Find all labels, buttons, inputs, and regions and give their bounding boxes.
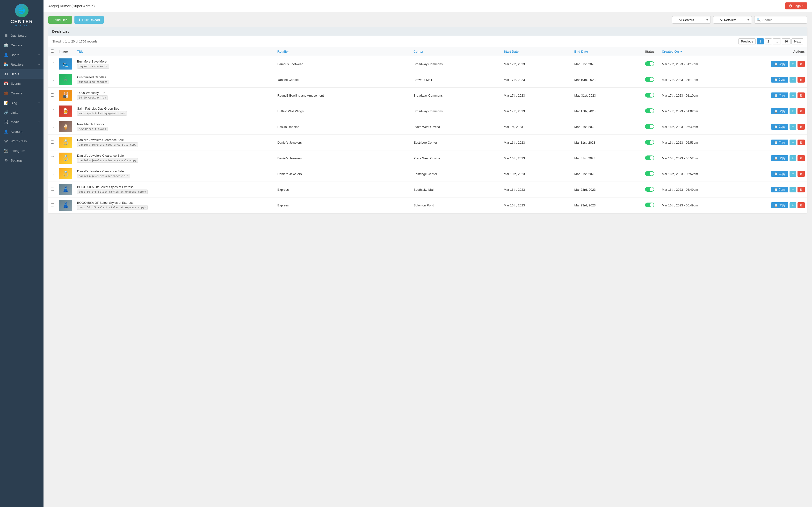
deal-status-toggle[interactable] [645, 187, 654, 192]
deal-status-toggle[interactable] [645, 171, 654, 176]
page-1-button[interactable]: 1 [757, 38, 764, 44]
brand-sub: PORTAL [3, 24, 41, 27]
edit-button[interactable]: ✏ [790, 202, 796, 208]
copy-button[interactable]: 📋 Copy [771, 77, 788, 82]
row-checkbox[interactable] [51, 62, 54, 65]
deal-status-toggle[interactable] [645, 93, 654, 98]
sidebar-item-dashboard[interactable]: ⊞ Dashboard [0, 31, 44, 40]
sidebar-item-media[interactable]: 🖼 Media ▾ [0, 117, 44, 127]
edit-button[interactable]: ✏ [790, 61, 796, 67]
edit-button[interactable]: ✏ [790, 139, 796, 145]
sidebar-item-wordpress[interactable]: W WordPress [0, 136, 44, 146]
users-icon: 👤 [4, 53, 8, 57]
copy-button[interactable]: 📋 Copy [771, 155, 788, 161]
edit-icon: ✏ [792, 157, 794, 160]
deal-image: 💍 [59, 153, 72, 164]
copy-button[interactable]: 📋 Copy [771, 171, 788, 177]
col-title-header[interactable]: Title [75, 47, 275, 56]
edit-button[interactable]: ✏ [790, 187, 796, 192]
sidebar-item-account[interactable]: 👤 Account [0, 127, 44, 136]
logout-button[interactable]: ⏻ Logout [785, 2, 807, 9]
deal-status-toggle[interactable] [645, 156, 654, 160]
media-icon: 🖼 [4, 120, 8, 124]
copy-label: Copy [779, 204, 785, 207]
sidebar-item-settings[interactable]: ⚙ Settings [0, 156, 44, 165]
copy-button[interactable]: 📋 Copy [771, 61, 788, 67]
links-icon: 🔗 [4, 110, 8, 115]
delete-button[interactable]: 🗑 [798, 139, 805, 145]
delete-button[interactable]: 🗑 [798, 171, 805, 177]
deal-image: 🍺 [59, 106, 72, 117]
edit-icon: ✏ [792, 62, 794, 66]
sidebar-item-events[interactable]: 📅 Events [0, 79, 44, 89]
copy-button[interactable]: 📋 Copy [771, 93, 788, 98]
delete-button[interactable]: 🗑 [798, 77, 805, 82]
copy-button[interactable]: 📋 Copy [771, 139, 788, 145]
row-checkbox[interactable] [51, 187, 54, 191]
copy-button[interactable]: 📋 Copy [771, 202, 788, 208]
sidebar-item-links[interactable]: 🔗 Links [0, 108, 44, 117]
sidebar-item-users[interactable]: 👤 Users ▾ [0, 50, 44, 60]
delete-button[interactable]: 🗑 [798, 108, 805, 114]
col-created-header[interactable]: Created On ▼ [660, 47, 768, 56]
delete-button[interactable]: 🗑 [798, 124, 805, 130]
delete-button[interactable]: 🗑 [798, 187, 805, 192]
delete-button[interactable]: 🗑 [798, 155, 805, 161]
row-checkbox[interactable] [51, 125, 54, 128]
row-checkbox[interactable] [51, 109, 54, 112]
sidebar-item-deals[interactable]: 🏷 Deals [0, 69, 44, 79]
edit-button[interactable]: ✏ [790, 93, 796, 98]
row-checkbox[interactable] [51, 140, 54, 144]
row-checkbox[interactable] [51, 94, 54, 97]
copy-button[interactable]: 📋 Copy [771, 124, 788, 130]
edit-button[interactable]: ✏ [790, 77, 796, 82]
deal-status-toggle[interactable] [645, 77, 654, 82]
deal-status-toggle[interactable] [645, 140, 654, 145]
col-retailer-header[interactable]: Retailer [275, 47, 411, 56]
deal-status-toggle[interactable] [645, 203, 654, 207]
deal-slug: daniels-jewelers-clearance-sale-copy [77, 158, 138, 163]
copy-button[interactable]: 📋 Copy [771, 108, 788, 114]
deal-status-toggle[interactable] [645, 61, 654, 66]
edit-button[interactable]: ✏ [790, 171, 796, 177]
deal-status-toggle[interactable] [645, 124, 654, 129]
sidebar-item-instagram[interactable]: 📷 Instagram [0, 146, 44, 156]
sidebar-item-label: Links [11, 111, 18, 114]
sidebar-item-blog[interactable]: 📝 Blog ▾ [0, 98, 44, 108]
delete-button[interactable]: 🗑 [798, 202, 805, 208]
row-checkbox[interactable] [51, 172, 54, 175]
deal-start-date: Mar 16th, 2023 [501, 135, 572, 151]
deal-center: Solomon Pond [411, 198, 501, 213]
prev-page-button[interactable]: Previous [738, 38, 756, 44]
add-deal-button[interactable]: + Add Deal [48, 16, 72, 24]
retailers-filter[interactable]: --- All Retailers --- [713, 16, 752, 24]
page-2-button[interactable]: 2 [765, 38, 772, 44]
search-input[interactable] [761, 16, 805, 23]
copy-label: Copy [779, 188, 785, 191]
select-all-checkbox[interactable] [51, 50, 54, 53]
edit-button[interactable]: ✏ [790, 108, 796, 114]
bulk-upload-button[interactable]: ⬆ Bulk Upload [74, 16, 104, 24]
row-checkbox[interactable] [51, 203, 54, 207]
page-86-button[interactable]: 86 [782, 38, 791, 44]
centers-filter[interactable]: --- All Centers --- [672, 16, 711, 24]
sidebar-item-retailers[interactable]: 🏪 Retailers ▾ [0, 60, 44, 69]
col-start-header[interactable]: Start Date [501, 47, 572, 56]
copy-button[interactable]: 📋 Copy [771, 187, 788, 192]
delete-button[interactable]: 🗑 [798, 93, 805, 98]
logout-icon: ⏻ [789, 4, 792, 8]
sidebar-item-careers[interactable]: 💼 Careers [0, 89, 44, 98]
edit-button[interactable]: ✏ [790, 155, 796, 161]
copy-icon: 📋 [774, 109, 778, 113]
col-end-header[interactable]: End Date [572, 47, 643, 56]
row-checkbox[interactable] [51, 156, 54, 159]
row-checkbox[interactable] [51, 78, 54, 81]
delete-button[interactable]: 🗑 [798, 61, 805, 67]
deal-image: 👟 [59, 58, 72, 69]
edit-button[interactable]: ✏ [790, 124, 796, 130]
col-center-header[interactable]: Center [411, 47, 501, 56]
copy-label: Copy [779, 141, 785, 144]
next-page-button[interactable]: Next [792, 38, 803, 44]
deal-status-toggle[interactable] [645, 108, 654, 113]
sidebar-item-centers[interactable]: 🏢 Centers [0, 40, 44, 50]
